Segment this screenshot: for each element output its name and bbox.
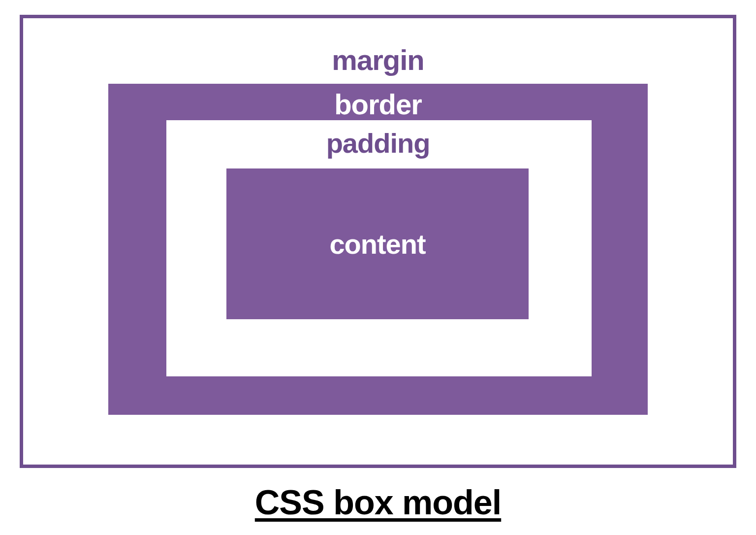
diagram-caption: CSS box model bbox=[255, 483, 501, 522]
content-label: content bbox=[329, 228, 425, 260]
margin-label: margin bbox=[20, 43, 736, 76]
padding-label: padding bbox=[20, 127, 736, 159]
box-model-diagram: margin border padding content bbox=[20, 15, 736, 468]
content-box: content bbox=[226, 168, 529, 319]
border-label: border bbox=[20, 88, 736, 121]
